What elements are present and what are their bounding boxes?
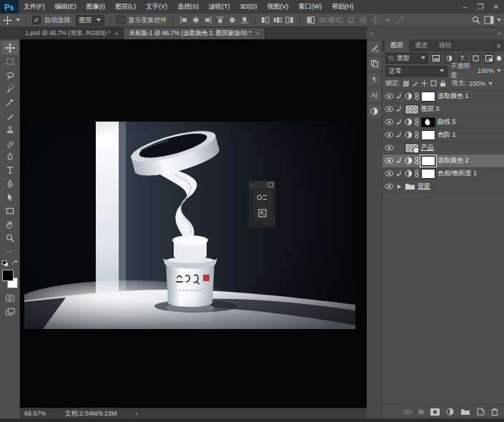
zoom-level[interactable]: 66.67% <box>24 410 46 417</box>
close-button[interactable]: ✕ <box>488 0 504 14</box>
filter-type-dropdown[interactable]: 类型 <box>385 53 428 64</box>
distribute-center-icon[interactable] <box>273 16 282 24</box>
adjustments-panel-icon[interactable] <box>368 104 381 117</box>
layer-thumbnail[interactable] <box>405 104 419 114</box>
mask-link-icon[interactable] <box>415 92 419 100</box>
auto-select-dropdown[interactable]: 图层 <box>76 15 104 26</box>
auto-select-checkbox[interactable]: ✓ <box>32 16 41 24</box>
layer-row[interactable]: 色阶 1 <box>382 129 504 142</box>
link-layers-icon[interactable] <box>403 409 412 415</box>
visibility-eye-icon[interactable] <box>385 157 394 164</box>
visibility-eye-icon[interactable] <box>385 106 394 112</box>
character-panel-icon[interactable]: A| <box>368 89 381 102</box>
layer-style-fx-icon[interactable]: fx <box>419 408 424 416</box>
new-layer-icon[interactable] <box>477 408 485 416</box>
align-left-edges-icon[interactable] <box>179 16 188 24</box>
layer-name[interactable]: 曲线 5 <box>438 117 456 127</box>
mask-link-icon[interactable] <box>415 118 419 126</box>
layer-name[interactable]: 色相/饱和度 1 <box>438 169 477 178</box>
menu-type[interactable]: 文字(Y) <box>141 0 172 14</box>
layer-group-row[interactable]: 背景 <box>382 180 504 193</box>
align-horizontal-centers-icon[interactable] <box>192 16 200 24</box>
menu-image[interactable]: 图像(I) <box>81 0 111 14</box>
menu-3d[interactable]: 3D(D) <box>235 0 262 14</box>
status-options-arrow[interactable]: › <box>136 410 138 417</box>
brush-settings-panel-icon[interactable] <box>368 41 381 54</box>
fill-caret[interactable] <box>488 82 493 85</box>
properties-panel-icon[interactable] <box>254 190 271 205</box>
layer-name[interactable]: 产品 <box>421 143 434 152</box>
canvas-area[interactable]: ∙∙ <box>20 39 367 408</box>
layer-mask-thumbnail[interactable] <box>421 130 435 140</box>
pen-tool[interactable] <box>1 177 19 190</box>
tab-paths[interactable]: 路径 <box>433 39 458 51</box>
new-group-icon[interactable] <box>460 408 470 416</box>
edit-toolbar-icon[interactable]: ⋯ <box>1 245 19 258</box>
eraser-tool[interactable] <box>1 136 19 149</box>
opacity-value[interactable]: 100% <box>478 67 494 74</box>
lock-position-icon[interactable] <box>421 80 428 87</box>
hand-tool[interactable] <box>1 217 19 231</box>
filter-smart-objects-icon[interactable] <box>484 53 495 64</box>
type-tool[interactable] <box>1 163 19 177</box>
path-selection-tool[interactable] <box>1 190 19 204</box>
align-bottom-edges-icon[interactable] <box>240 16 249 24</box>
quick-selection-tool[interactable] <box>1 82 19 95</box>
marquee-tool[interactable] <box>1 54 19 68</box>
visibility-eye-icon[interactable] <box>385 93 394 99</box>
visibility-eye-icon[interactable] <box>385 144 394 151</box>
ps-logo[interactable]: Ps <box>0 0 19 14</box>
visibility-eye-icon[interactable] <box>385 119 394 125</box>
distribute-right-icon[interactable] <box>285 16 294 24</box>
visibility-eye-icon[interactable] <box>385 170 394 177</box>
layer-row[interactable]: 产品 <box>382 142 504 154</box>
layer-row[interactable]: 图层 3 <box>382 103 504 116</box>
menu-filter[interactable]: 滤镜(T) <box>204 0 235 14</box>
add-layer-mask-icon[interactable] <box>430 408 440 416</box>
clone-source-panel-icon[interactable] <box>368 57 381 70</box>
move-tool[interactable] <box>1 41 19 54</box>
rectangle-tool[interactable] <box>1 204 19 217</box>
quick-mask-icon[interactable] <box>1 291 19 305</box>
menu-window[interactable]: 窗口(W) <box>294 0 327 14</box>
expand-panel-icon[interactable] <box>268 182 273 188</box>
visibility-eye-icon[interactable] <box>385 132 394 138</box>
layer-row-selected[interactable]: 选取颜色 2 <box>382 154 504 167</box>
expand-panels-icon[interactable]: » <box>498 30 501 37</box>
workspace-switcher-icon[interactable] <box>484 16 501 24</box>
tab-channels[interactable]: 通道 <box>409 39 433 51</box>
mask-link-icon[interactable] <box>415 170 419 177</box>
blur-tool[interactable] <box>1 149 19 163</box>
lasso-tool[interactable] <box>1 68 19 82</box>
menu-view[interactable]: 视图(V) <box>262 0 294 14</box>
blend-mode-dropdown[interactable]: 正常 <box>385 66 448 77</box>
filter-pixel-layers-icon[interactable] <box>431 53 442 64</box>
align-right-edges-icon[interactable] <box>204 16 212 24</box>
layer-name[interactable]: 选取颜色 1 <box>438 92 469 101</box>
menu-edit[interactable]: 编辑(E) <box>50 0 81 14</box>
lock-all-icon[interactable] <box>440 80 446 87</box>
tab-layers[interactable]: 图层 <box>385 39 409 51</box>
menu-help[interactable]: 帮助(H) <box>327 0 359 14</box>
close-tab-icon[interactable]: × <box>256 30 260 37</box>
document-tab-1[interactable]: 1.psd @ 66.7% (背景, RGB/8) * × <box>20 28 124 39</box>
filter-toggle-icon[interactable] <box>497 56 501 61</box>
mask-link-icon[interactable] <box>415 131 419 139</box>
align-vertical-centers-icon[interactable] <box>228 16 237 24</box>
actions-panel-icon[interactable] <box>254 206 271 220</box>
layer-row[interactable]: 曲线 5 <box>382 116 504 129</box>
screen-mode-icon[interactable] <box>1 305 19 318</box>
menu-layer[interactable]: 图层(L) <box>110 0 141 14</box>
delete-layer-icon[interactable] <box>491 408 498 416</box>
floating-panel-header[interactable]: ∙∙ <box>249 181 275 189</box>
minimize-button[interactable]: – <box>457 0 473 14</box>
layer-name[interactable]: 背景 <box>417 182 430 191</box>
layer-name[interactable]: 色阶 1 <box>438 130 456 139</box>
align-top-edges-icon[interactable] <box>216 16 224 24</box>
layer-name[interactable]: 选取颜色 2 <box>438 156 469 165</box>
fill-value[interactable]: 100% <box>469 80 485 87</box>
swap-colors-icon[interactable] <box>11 260 18 267</box>
foreground-color-swatch[interactable] <box>2 270 14 281</box>
show-transform-checkbox[interactable] <box>117 16 125 24</box>
layer-name[interactable]: 图层 3 <box>421 104 440 114</box>
